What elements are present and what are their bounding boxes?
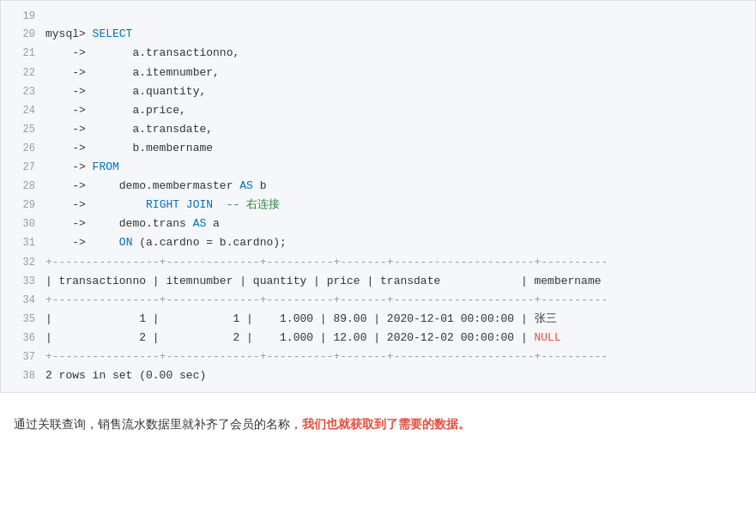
- code-line-32: 32 +----------------+--------------+----…: [1, 253, 755, 272]
- line-number: 19: [11, 8, 35, 25]
- code-block: 19 20 mysql> SELECT 21 -> a.transactionn…: [0, 0, 756, 393]
- line-content: -> a.price,: [45, 101, 186, 120]
- line-number: 22: [11, 64, 35, 82]
- line-content: +----------------+--------------+-------…: [45, 291, 608, 310]
- line-content: | transactionno | itemnumber | quantity …: [45, 272, 602, 291]
- code-line-23: 23 -> a.quantity,: [1, 82, 755, 101]
- code-line-22: 22 -> a.itemnumber,: [1, 63, 755, 82]
- line-number: 23: [11, 83, 35, 100]
- line-content: | 1 | 1 | 1.000 | 89.00 | 2020-12-01 00:…: [45, 310, 557, 329]
- code-line-26: 26 -> b.membername: [1, 139, 755, 158]
- code-line-38: 38 2 rows in set (0.00 sec): [1, 366, 755, 385]
- line-number: 28: [11, 178, 35, 195]
- line-content: -> a.itemnumber,: [45, 63, 220, 82]
- line-number: 36: [11, 329, 35, 347]
- line-content: +----------------+--------------+-------…: [45, 253, 608, 272]
- code-line-36: 36 | 2 | 2 | 1.000 | 12.00 | 2020-12-02 …: [1, 329, 755, 348]
- line-content: | 2 | 2 | 1.000 | 12.00 | 2020-12-02 00:…: [45, 329, 561, 348]
- code-line-29: 29 -> RIGHT JOIN -- 右连接: [1, 196, 755, 215]
- line-content: 2 rows in set (0.00 sec): [45, 366, 206, 385]
- footer-text: 通过关联查询，销售流水数据里就补齐了会员的名称，我们也就获取到了需要的数据。: [0, 393, 756, 449]
- line-number: 25: [11, 121, 35, 138]
- code-line-28: 28 -> demo.membermaster AS b: [1, 177, 755, 196]
- line-number: 27: [11, 159, 35, 176]
- code-line-37: 37 +----------------+--------------+----…: [1, 348, 755, 366]
- code-line-35: 35 | 1 | 1 | 1.000 | 89.00 | 2020-12-01 …: [1, 310, 755, 329]
- line-number: 38: [11, 367, 35, 384]
- code-line-27: 27 -> FROM: [1, 158, 755, 177]
- line-content: -> a.transactionno,: [45, 44, 239, 63]
- line-content: -> FROM: [45, 158, 119, 177]
- code-line-19: 19: [1, 8, 755, 25]
- code-line-31: 31 -> ON (a.cardno = b.cardno);: [1, 233, 755, 252]
- line-number: 26: [11, 140, 35, 157]
- code-line-25: 25 -> a.transdate,: [1, 120, 755, 139]
- line-content: -> demo.trans AS a: [45, 215, 220, 233]
- line-number: 21: [11, 45, 35, 62]
- line-content: -> b.membername: [45, 139, 213, 158]
- line-number: 34: [11, 292, 35, 309]
- code-line-34: 34 +----------------+--------------+----…: [1, 291, 755, 310]
- line-number: 30: [11, 215, 35, 233]
- line-number: 31: [11, 234, 35, 251]
- code-line-24: 24 -> a.price,: [1, 101, 755, 120]
- line-number: 35: [11, 311, 35, 328]
- line-number: 37: [11, 348, 35, 366]
- footer-label: 通过关联查询，销售流水数据里就补齐了会员的名称，我们也就获取到了需要的数据。: [14, 417, 470, 431]
- code-line-30: 30 -> demo.trans AS a: [1, 215, 755, 233]
- line-number: 32: [11, 254, 35, 271]
- line-content: -> demo.membermaster AS b: [45, 177, 266, 196]
- code-line-21: 21 -> a.transactionno,: [1, 44, 755, 63]
- line-number: 24: [11, 102, 35, 119]
- line-number: 33: [11, 273, 35, 290]
- line-number: 20: [11, 26, 35, 43]
- line-content: +----------------+--------------+-------…: [45, 348, 608, 366]
- line-content: mysql> SELECT: [45, 25, 132, 44]
- line-content: -> RIGHT JOIN -- 右连接: [45, 196, 280, 215]
- line-content: -> ON (a.cardno = b.cardno);: [45, 233, 287, 252]
- line-number: 29: [11, 196, 35, 214]
- line-content: -> a.transdate,: [45, 120, 213, 139]
- code-line-33: 33 | transactionno | itemnumber | quanti…: [1, 272, 755, 291]
- code-line-20: 20 mysql> SELECT: [1, 25, 755, 44]
- line-content: -> a.quantity,: [45, 82, 206, 101]
